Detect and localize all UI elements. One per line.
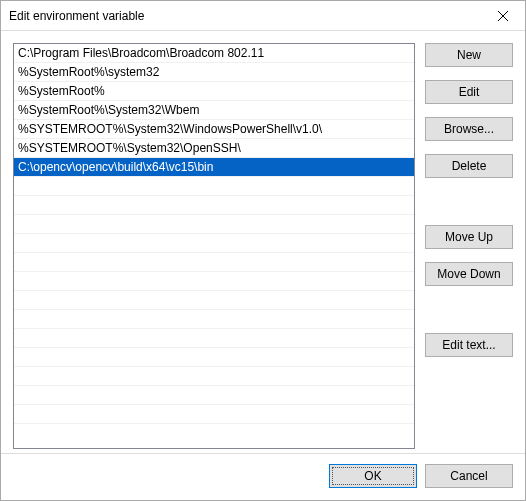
dialog-window: Edit environment variable C:\Program Fil… bbox=[0, 0, 526, 501]
path-list-empty-row[interactable] bbox=[14, 310, 414, 329]
cancel-button[interactable]: Cancel bbox=[425, 464, 513, 488]
ok-button[interactable]: OK bbox=[329, 464, 417, 488]
close-button[interactable] bbox=[481, 1, 525, 31]
dialog-body: C:\Program Files\Broadcom\Broadcom 802.1… bbox=[1, 31, 525, 453]
delete-button[interactable]: Delete bbox=[425, 154, 513, 178]
path-list-item[interactable]: C:\Program Files\Broadcom\Broadcom 802.1… bbox=[14, 44, 414, 63]
path-list-empty-row[interactable] bbox=[14, 386, 414, 405]
move-down-button[interactable]: Move Down bbox=[425, 262, 513, 286]
path-list-empty-row[interactable] bbox=[14, 177, 414, 196]
path-list-empty-row[interactable] bbox=[14, 329, 414, 348]
path-list-empty-row[interactable] bbox=[14, 272, 414, 291]
path-list-empty-row[interactable] bbox=[14, 253, 414, 272]
window-title: Edit environment variable bbox=[9, 9, 144, 23]
edit-text-button[interactable]: Edit text... bbox=[425, 333, 513, 357]
path-list-empty-row[interactable] bbox=[14, 234, 414, 253]
bottom-bar: OK Cancel bbox=[1, 453, 525, 500]
path-list[interactable]: C:\Program Files\Broadcom\Broadcom 802.1… bbox=[13, 43, 415, 449]
side-button-column: New Edit Browse... Delete Move Up Move D… bbox=[425, 43, 513, 449]
path-list-empty-row[interactable] bbox=[14, 367, 414, 386]
path-list-empty-row[interactable] bbox=[14, 196, 414, 215]
move-up-button[interactable]: Move Up bbox=[425, 225, 513, 249]
path-list-empty-row[interactable] bbox=[14, 405, 414, 424]
browse-button[interactable]: Browse... bbox=[425, 117, 513, 141]
path-list-empty-row[interactable] bbox=[14, 291, 414, 310]
path-list-item[interactable]: %SystemRoot%\System32\Wbem bbox=[14, 101, 414, 120]
close-icon bbox=[498, 11, 508, 21]
path-list-item[interactable]: C:\opencv\opencv\build\x64\vc15\bin bbox=[14, 158, 414, 177]
path-list-empty-row[interactable] bbox=[14, 348, 414, 367]
edit-button[interactable]: Edit bbox=[425, 80, 513, 104]
new-button[interactable]: New bbox=[425, 43, 513, 67]
title-bar: Edit environment variable bbox=[1, 1, 525, 31]
path-list-empty-row[interactable] bbox=[14, 424, 414, 443]
path-list-item[interactable]: %SystemRoot%\system32 bbox=[14, 63, 414, 82]
path-list-item[interactable]: %SystemRoot% bbox=[14, 82, 414, 101]
path-list-item[interactable]: %SYSTEMROOT%\System32\WindowsPowerShell\… bbox=[14, 120, 414, 139]
path-list-item[interactable]: %SYSTEMROOT%\System32\OpenSSH\ bbox=[14, 139, 414, 158]
path-list-empty-row[interactable] bbox=[14, 215, 414, 234]
